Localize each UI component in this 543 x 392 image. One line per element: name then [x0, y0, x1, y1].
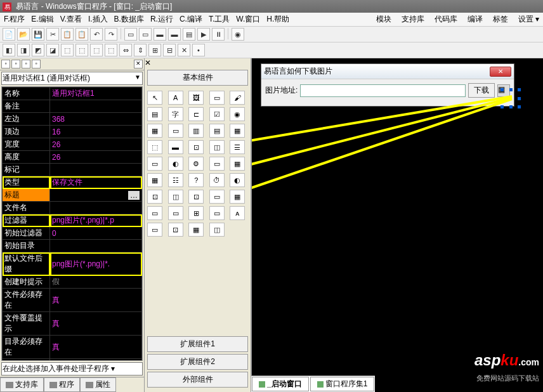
- menu-tags[interactable]: 标签: [493, 14, 508, 25]
- component-tool[interactable]: A: [168, 91, 183, 105]
- prop-value[interactable]: 假: [50, 276, 142, 289]
- component-tool[interactable]: ⊏: [188, 107, 204, 121]
- component-tool[interactable]: ▤: [147, 107, 162, 121]
- menu-help[interactable]: H.帮助: [266, 14, 289, 25]
- toolbar-button[interactable]: ▭: [139, 28, 152, 41]
- component-tool[interactable]: ▦: [147, 124, 162, 138]
- prop-value[interactable]: 26: [50, 138, 142, 151]
- menu-compile[interactable]: C.编译: [180, 14, 202, 25]
- menu-tools[interactable]: T.工具: [209, 14, 230, 25]
- component-tool[interactable]: ◐: [168, 157, 183, 171]
- component-tool[interactable]: ⬚: [147, 140, 162, 154]
- toolbar-button[interactable]: ⏸: [212, 28, 225, 41]
- component-tool[interactable]: ⊞: [188, 206, 204, 220]
- panel-btn[interactable]: ▫: [1, 60, 10, 69]
- component-tool[interactable]: ↖: [147, 91, 162, 105]
- property-grid[interactable]: 名称通用对话框1备注左边368顶边16宽度26高度26标记类型保存文件标题…文件…: [1, 86, 143, 361]
- tab-properties[interactable]: 属性: [80, 377, 116, 392]
- toolbar-button[interactable]: ⬚: [105, 44, 117, 56]
- component-tool[interactable]: ?: [188, 173, 204, 187]
- component-tool[interactable]: ⊡: [147, 190, 162, 204]
- component-tool[interactable]: ⊡: [188, 190, 204, 204]
- toolbar-button[interactable]: ⬚: [61, 44, 74, 56]
- prop-value[interactable]: 真: [50, 289, 142, 312]
- object-selector[interactable]: 通用对话框1 (通用对话框): [1, 72, 143, 85]
- prop-value[interactable]: …: [50, 189, 142, 202]
- component-tool[interactable]: ▥: [188, 124, 204, 138]
- toolbar-button[interactable]: ◧: [3, 44, 15, 56]
- component-tool[interactable]: ▭: [209, 91, 225, 105]
- component-tool[interactable]: ▭: [147, 206, 162, 220]
- prop-value[interactable]: 368: [50, 113, 142, 126]
- toolbar-button[interactable]: ⇕: [134, 44, 147, 56]
- component-tool[interactable]: ◐: [230, 173, 245, 187]
- panel-btn[interactable]: ▫: [32, 60, 41, 69]
- toolbar-button[interactable]: •: [192, 44, 205, 56]
- component-tool[interactable]: ᴀ: [230, 206, 245, 220]
- component-tool[interactable]: ☷: [168, 173, 183, 187]
- toolbar-button[interactable]: 📋: [61, 28, 74, 41]
- menu-codelib[interactable]: 代码库: [435, 14, 457, 25]
- component-tool[interactable]: ☑: [209, 107, 225, 121]
- menu-bar[interactable]: F.程序 E.编辑 V.查看 I.插入 B.数据库 R.运行 C.编译 T.工具…: [0, 13, 543, 27]
- component-tool[interactable]: 🖼: [188, 91, 204, 105]
- menu-window[interactable]: W.窗口: [236, 14, 260, 25]
- component-tool[interactable]: ◫: [209, 140, 225, 154]
- close-button[interactable]: ✕: [490, 67, 511, 77]
- prop-value[interactable]: 0: [50, 227, 142, 240]
- menu-lib[interactable]: 支持库: [402, 14, 424, 25]
- component-tool[interactable]: 字: [168, 107, 183, 121]
- tab-program-set[interactable]: 窗口程序集1: [310, 377, 375, 391]
- toolbar-button[interactable]: ⇔: [119, 44, 132, 56]
- component-tool[interactable]: ▭: [209, 190, 225, 204]
- component-tool[interactable]: ▭: [209, 206, 225, 220]
- toolbar-button[interactable]: 📄: [3, 28, 15, 41]
- toolbar-button[interactable]: 📋: [75, 28, 88, 41]
- toolbar-button[interactable]: ⊞: [148, 44, 161, 56]
- prop-value[interactable]: [50, 164, 142, 176]
- toolbar-button[interactable]: ◉: [232, 28, 244, 41]
- prop-value[interactable]: 保存文件: [50, 176, 142, 189]
- menu-settings[interactable]: 设置 ▾: [518, 14, 539, 25]
- panel-btn[interactable]: ▫: [22, 60, 30, 69]
- component-tool[interactable]: ▦: [230, 124, 245, 138]
- toolbar-button[interactable]: ◩: [32, 44, 44, 56]
- tab-support-lib[interactable]: 支持库: [0, 377, 44, 392]
- toolbar-button[interactable]: ▭: [124, 28, 137, 41]
- component-tool[interactable]: ▦: [188, 223, 204, 237]
- event-selector[interactable]: 在此处选择加入事件处理子程序 ▾: [1, 362, 143, 376]
- prop-value[interactable]: 通用对话框1: [50, 88, 142, 100]
- ext-components-2[interactable]: 扩展组件2: [147, 354, 248, 370]
- ext-components-1[interactable]: 扩展组件1: [147, 336, 248, 352]
- component-tool[interactable]: ▭: [168, 124, 183, 138]
- component-tool[interactable]: ◫: [168, 190, 183, 204]
- component-tool[interactable]: ▭: [147, 223, 162, 237]
- component-tool[interactable]: ◉: [230, 107, 245, 121]
- prop-value[interactable]: [50, 100, 142, 113]
- component-tool[interactable]: ⊡: [168, 223, 183, 237]
- design-canvas[interactable]: 易语言如何下载图片 ✕ 图片地址: 下载 ▦: [251, 58, 543, 392]
- toolbox-title[interactable]: 基本组件: [147, 70, 248, 86]
- component-tool[interactable]: ▦: [230, 190, 245, 204]
- toolbar-button[interactable]: ▤: [183, 28, 195, 41]
- tab-start-window[interactable]: _启动窗口: [252, 377, 309, 391]
- component-tool[interactable]: ☰: [230, 140, 245, 154]
- menu-insert[interactable]: I.插入: [88, 14, 108, 25]
- prop-value[interactable]: png图片(*.png)|*.: [50, 252, 142, 276]
- component-tool[interactable]: ▭: [168, 206, 183, 220]
- panel-btn[interactable]: ▫: [11, 60, 20, 69]
- toolbar-button[interactable]: ✕: [178, 44, 190, 56]
- external-components[interactable]: 外部组件: [147, 372, 248, 388]
- url-input[interactable]: [300, 84, 466, 97]
- component-tool[interactable]: ▦: [230, 157, 245, 171]
- menu-database[interactable]: B.数据库: [114, 14, 144, 25]
- component-tool[interactable]: ▦: [147, 173, 162, 187]
- component-tool[interactable]: ◫: [209, 223, 225, 237]
- component-tool[interactable]: ▭: [209, 157, 225, 171]
- prop-value[interactable]: 16: [50, 126, 142, 138]
- component-tool[interactable]: ⊡: [188, 140, 204, 154]
- toolbar-button[interactable]: ▬: [154, 28, 166, 41]
- tab-program[interactable]: 程序: [44, 377, 80, 392]
- toolbox-close-icon[interactable]: ✕: [145, 58, 251, 67]
- menu-view[interactable]: V.查看: [60, 14, 82, 25]
